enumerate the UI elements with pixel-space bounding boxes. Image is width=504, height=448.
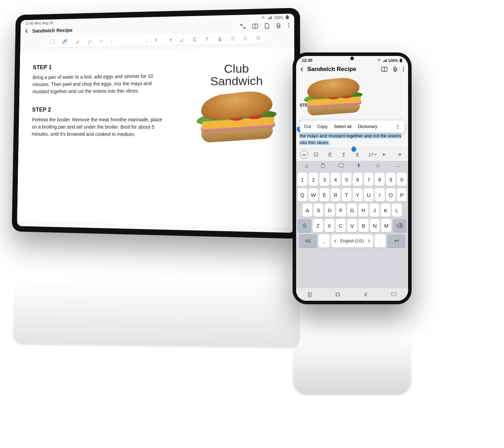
key-5[interactable]: 5	[342, 173, 351, 186]
layers-icon[interactable]	[255, 35, 261, 42]
key-n[interactable]: N	[370, 219, 380, 232]
page-icon[interactable]	[265, 23, 270, 28]
key-x[interactable]: X	[324, 219, 335, 232]
key-l[interactable]: L	[392, 204, 402, 217]
backspace-key[interactable]	[393, 219, 407, 232]
redo-icon[interactable]	[167, 36, 172, 43]
key-1[interactable]: 1	[298, 173, 307, 186]
expand-icon[interactable]	[240, 23, 246, 29]
step-2-body: Preheat the broiler. Remove the meat fro…	[31, 116, 164, 138]
home-icon[interactable]	[335, 292, 341, 297]
key-h[interactable]: H	[358, 204, 368, 217]
keyboard-hide-icon[interactable]	[391, 292, 397, 297]
text-tool-icon[interactable]	[204, 36, 210, 43]
context-more-icon[interactable]: ⋮	[392, 122, 403, 130]
undo-icon[interactable]	[154, 36, 160, 43]
phone-screen: 12:45 100% Sandwich Recipe	[296, 56, 408, 301]
font-size-value[interactable]: 17	[368, 152, 377, 157]
key-c[interactable]: C	[336, 219, 346, 232]
key-e[interactable]: E	[320, 188, 329, 201]
eraser-tool-icon[interactable]	[87, 38, 92, 45]
back-nav-icon[interactable]	[363, 292, 368, 297]
handwriting-icon[interactable]	[179, 36, 185, 43]
context-copy[interactable]: Copy	[314, 123, 330, 130]
emoji-icon[interactable]: ☺	[302, 163, 311, 169]
key-m[interactable]: M	[381, 219, 391, 232]
phone-note-body[interactable]: STEP 1 Cut Copy Select all Dictionary ⋮ …	[296, 76, 408, 148]
undo-icon[interactable]	[382, 152, 391, 157]
attachment-icon[interactable]	[392, 66, 398, 72]
spacing-icon[interactable]	[230, 35, 235, 42]
key-r[interactable]: R	[331, 188, 341, 201]
key-i[interactable]: I	[375, 188, 385, 201]
spacebar[interactable]: English (US)	[331, 234, 373, 248]
svg-point-24	[377, 165, 378, 166]
phone-battery: 100%	[388, 58, 398, 63]
attachment-icon[interactable]	[276, 23, 281, 29]
font-color-icon[interactable]	[217, 35, 223, 42]
back-icon[interactable]	[24, 29, 29, 34]
more-icon[interactable]	[288, 22, 290, 28]
context-dictionary[interactable]: Dictionary	[355, 123, 380, 130]
key-f[interactable]: F	[336, 204, 346, 217]
key-v[interactable]: V	[347, 219, 357, 232]
shape-tool-icon[interactable]	[99, 37, 105, 44]
key-j[interactable]: J	[370, 204, 379, 217]
pen-tool-icon[interactable]	[62, 38, 68, 45]
symbols-key[interactable]: !#1	[299, 234, 317, 248]
key-3[interactable]: 3	[320, 173, 329, 186]
step-1-body: Bring a pan of water to a boil, add eggs…	[33, 72, 165, 95]
selection-tool-icon[interactable]	[50, 38, 55, 45]
key-g[interactable]: G	[347, 204, 357, 217]
text-format-icon[interactable]	[341, 152, 349, 157]
key-o[interactable]: O	[386, 188, 396, 201]
key-8[interactable]: 8	[375, 173, 385, 186]
key-b[interactable]: B	[358, 219, 369, 232]
font-color-icon[interactable]	[355, 152, 363, 157]
key-z[interactable]: Z	[313, 219, 323, 232]
key-w[interactable]: W	[309, 188, 318, 201]
tablet-reflection	[13, 233, 300, 348]
key-u[interactable]: U	[364, 188, 374, 201]
key-4[interactable]: 4	[331, 173, 341, 186]
highlighter-tool-icon[interactable]	[75, 38, 80, 45]
align-icon[interactable]	[191, 36, 197, 43]
keyboard-mode-icon[interactable]	[338, 163, 348, 169]
context-select-all[interactable]: Select all	[331, 123, 355, 130]
context-cut[interactable]: Cut	[301, 123, 314, 130]
key-s[interactable]: S	[314, 204, 323, 217]
tablet-note-body[interactable]: STEP 1 Bring a pan of water to a boil, a…	[17, 48, 294, 228]
zoom-icon[interactable]	[243, 35, 248, 42]
key-t[interactable]: T	[342, 188, 351, 201]
clipboard-icon[interactable]	[320, 163, 329, 169]
key-0[interactable]: 0	[397, 173, 407, 186]
recents-icon[interactable]: |||	[308, 291, 312, 298]
key-d[interactable]: D	[325, 204, 335, 217]
enter-key[interactable]	[387, 234, 405, 248]
redo-icon[interactable]	[396, 152, 404, 157]
comma-key[interactable]: ,	[318, 234, 330, 248]
key-9[interactable]: 9	[386, 173, 396, 186]
more-icon[interactable]	[402, 66, 405, 72]
settings-icon[interactable]	[375, 163, 384, 169]
key-q[interactable]: Q	[298, 188, 307, 201]
key-a[interactable]: A	[302, 204, 312, 217]
voice-input-icon[interactable]	[357, 163, 366, 169]
back-icon[interactable]	[300, 67, 304, 72]
checklist-icon[interactable]	[314, 152, 322, 157]
camera-notch	[350, 57, 354, 60]
key-6[interactable]: 6	[353, 173, 363, 186]
key-2[interactable]: 2	[309, 173, 318, 186]
key-7[interactable]: 7	[364, 173, 374, 186]
shift-key[interactable]	[298, 219, 312, 232]
text-context-menu: Cut Copy Select all Dictionary ⋮	[300, 120, 405, 133]
handwriting-mode-icon[interactable]	[300, 150, 308, 159]
period-key[interactable]: .	[374, 234, 386, 248]
reading-mode-icon[interactable]	[381, 66, 387, 72]
text-style-icon[interactable]	[327, 152, 336, 157]
key-y[interactable]: Y	[353, 188, 363, 201]
key-p[interactable]: P	[397, 188, 407, 201]
keyboard-more-icon[interactable]: ⋯	[393, 163, 402, 169]
key-k[interactable]: K	[381, 204, 391, 217]
reading-mode-icon[interactable]	[252, 23, 258, 29]
